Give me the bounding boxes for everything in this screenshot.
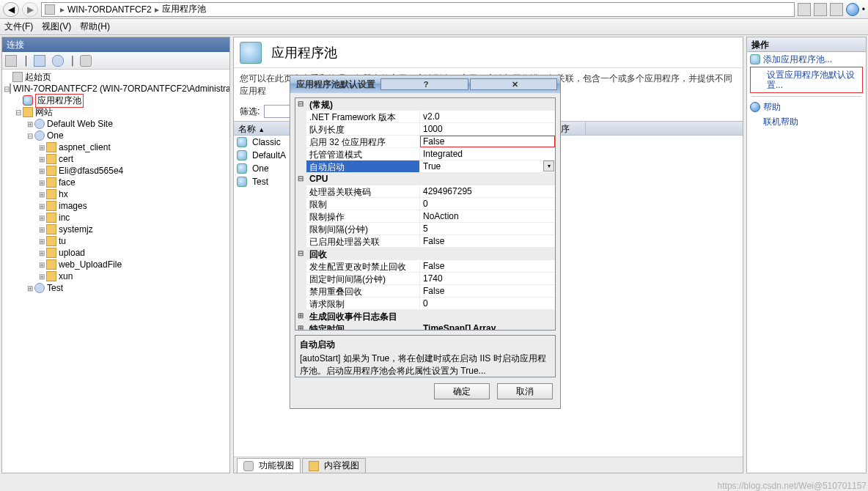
tree-default-site[interactable]: ⊞Default Web Site xyxy=(2,118,229,130)
app-pool-icon xyxy=(750,54,760,64)
save-icon[interactable] xyxy=(34,55,45,67)
prop-pipeline[interactable]: 托管管道模式Integrated xyxy=(295,148,555,160)
tree-folder-Eli@dfasd565e4[interactable]: ⊞Eli@dfasd565e4 xyxy=(2,165,229,177)
cat-log[interactable]: ⊞生成回收事件日志条目 xyxy=(295,310,555,322)
tree-test[interactable]: ⊞Test xyxy=(2,282,229,294)
divider: │ xyxy=(23,56,29,66)
folder-icon xyxy=(46,236,56,246)
cat-recycle[interactable]: ⊟回收 xyxy=(295,248,555,260)
folder-icon xyxy=(46,248,56,258)
tree-app-pools[interactable]: 应用程序池 xyxy=(2,95,229,106)
app-pool-icon xyxy=(23,95,33,106)
prop-limit-interval[interactable]: 限制间隔(分钟)5 xyxy=(295,223,555,235)
nav-back-button[interactable]: ◀ xyxy=(3,2,19,17)
prop-affinity[interactable]: 处理器关联掩码4294967295 xyxy=(295,185,555,198)
tree-folder-tu[interactable]: ⊞tu xyxy=(2,235,229,247)
property-description: 自动启动 [autoStart] 如果为 True，将在创建时或在启动 IIS … xyxy=(295,335,556,377)
dialog-buttons: 确定 取消 xyxy=(290,382,560,408)
server-icon xyxy=(10,84,11,94)
site-icon xyxy=(34,119,45,129)
ok-button[interactable]: 确定 xyxy=(434,383,490,399)
prop-autostart[interactable]: 自动启动True▾ xyxy=(295,160,555,173)
site-icon[interactable] xyxy=(52,55,64,67)
view-tabs: 功能视图 内容视图 xyxy=(234,457,743,473)
prop-periodic[interactable]: 固定时间间隔(分钟)1740 xyxy=(295,273,555,285)
gear-icon xyxy=(243,461,254,471)
tab-content[interactable]: 内容视图 xyxy=(302,458,366,473)
tree-folder-xun[interactable]: ⊞xun xyxy=(2,270,229,282)
tree-folder-images[interactable]: ⊞images xyxy=(2,200,229,212)
help-icon xyxy=(750,102,760,112)
action-add-pool[interactable]: 添加应用程序池... xyxy=(747,52,866,67)
toolbar-icon-3[interactable] xyxy=(830,3,843,16)
cat-cpu[interactable]: ⊟CPU xyxy=(295,173,555,185)
tree-start-page[interactable]: 起始页 xyxy=(2,71,229,83)
tab-features[interactable]: 功能视图 xyxy=(237,458,301,473)
cancel-button[interactable]: 取消 xyxy=(497,383,553,399)
watermark: https://blog.csdn.net/Wei@510701157 xyxy=(718,481,867,491)
desc-title: 自动启动 xyxy=(300,339,551,351)
connections-toolbar: │ │ xyxy=(2,52,229,70)
filter-label: 筛选: xyxy=(240,106,260,118)
connections-title: 连接 xyxy=(7,39,24,51)
cat-general[interactable]: ⊟(常规) xyxy=(295,98,555,111)
property-grid[interactable]: ⊟(常规) .NET Framework 版本v2.0 队列长度1000 启用 … xyxy=(295,97,556,331)
dropdown-button[interactable]: ▾ xyxy=(543,160,554,171)
prop-disallow-recycle[interactable]: 发生配置更改时禁止回收False xyxy=(295,260,555,273)
server-icon xyxy=(45,4,55,15)
prop-netfx[interactable]: .NET Framework 版本v2.0 xyxy=(295,111,555,123)
folder-icon xyxy=(46,154,56,164)
action-online-help[interactable]: 联机帮助 xyxy=(747,114,866,129)
prop-queue[interactable]: 队列长度1000 xyxy=(295,123,555,136)
prop-overlapping[interactable]: 禁用重叠回收False xyxy=(295,285,555,298)
start-page-icon xyxy=(12,72,23,82)
site-icon xyxy=(34,283,45,293)
prop-limit-action[interactable]: 限制操作NoAction xyxy=(295,210,555,223)
help-icon[interactable] xyxy=(846,3,859,16)
prop-enable-32bit[interactable]: 启用 32 位应用程序False xyxy=(295,136,555,148)
connections-header: 连接 xyxy=(2,37,229,52)
tree-one[interactable]: ⊟One xyxy=(2,130,229,141)
folder-icon xyxy=(46,166,56,176)
dialog-close-button[interactable]: ✕ xyxy=(470,78,557,90)
menu-bar: 文件(F) 视图(V) 帮助(H) xyxy=(0,19,868,35)
menu-view[interactable]: 视图(V) xyxy=(42,21,71,33)
breadcrumb[interactable]: ▸ WIN-7ORDANTFCF2 ▸ 应用程序池 xyxy=(41,2,795,17)
prop-smp-enabled[interactable]: 已启用处理器关联False xyxy=(295,235,555,248)
site-icon xyxy=(34,130,45,141)
breadcrumb-machine[interactable]: WIN-7ORDANTFCF2 xyxy=(67,4,152,15)
settings-icon[interactable] xyxy=(80,55,92,67)
toolbar-icon-1[interactable] xyxy=(798,3,811,16)
tree-sites[interactable]: ⊟网站 xyxy=(2,106,229,118)
menu-help[interactable]: 帮助(H) xyxy=(80,21,110,33)
tree-folder-inc[interactable]: ⊞inc xyxy=(2,212,229,224)
tree-folder-cert[interactable]: ⊞cert xyxy=(2,153,229,165)
folder-icon xyxy=(46,177,56,188)
dialog-titlebar[interactable]: 应用程序池默认设置 ? ✕ xyxy=(290,75,560,93)
breadcrumb-section[interactable]: 应用程序池 xyxy=(162,3,206,15)
tree-folder-systemjz[interactable]: ⊞systemjz xyxy=(2,224,229,235)
action-set-defaults[interactable]: 设置应用程序池默认设置... xyxy=(750,67,863,93)
connections-tree[interactable]: 起始页 ⊟WIN-7ORDANTFCF2 (WIN-7ORDANTFCF2\Ad… xyxy=(2,70,229,473)
tree-folder-face[interactable]: ⊞face xyxy=(2,177,229,188)
folder-icon xyxy=(46,224,56,235)
action-help[interactable]: 帮助 xyxy=(747,100,866,114)
prop-limit[interactable]: 限制0 xyxy=(295,198,555,210)
prop-req-limit[interactable]: 请求限制0 xyxy=(295,298,555,310)
connect-icon[interactable] xyxy=(5,55,17,67)
tree-folder-upload[interactable]: ⊞upload xyxy=(2,247,229,259)
tree-folder-web_UploadFile[interactable]: ⊞web_UploadFile xyxy=(2,259,229,270)
toolbar-icon-2[interactable] xyxy=(814,3,827,16)
nav-toolbar: ◀ ▶ ▸ WIN-7ORDANTFCF2 ▸ 应用程序池 • xyxy=(0,0,868,19)
divider: │ xyxy=(70,56,76,66)
menu-file[interactable]: 文件(F) xyxy=(4,21,33,33)
dropdown-arrow-icon[interactable]: • xyxy=(862,4,865,15)
dialog-help-button[interactable]: ? xyxy=(380,78,468,90)
tree-folder-aspnet_client[interactable]: ⊞aspnet_client xyxy=(2,141,229,153)
col-status[interactable]: 序 xyxy=(556,122,586,135)
chevron-right-icon: ▸ xyxy=(155,4,159,15)
app-pool-icon xyxy=(237,150,247,160)
cat-spec-time[interactable]: ⊞特定时间TimeSpan[] Array xyxy=(295,322,555,331)
tree-folder-hx[interactable]: ⊞hx xyxy=(2,188,229,200)
nav-forward-button[interactable]: ▶ xyxy=(22,2,38,17)
